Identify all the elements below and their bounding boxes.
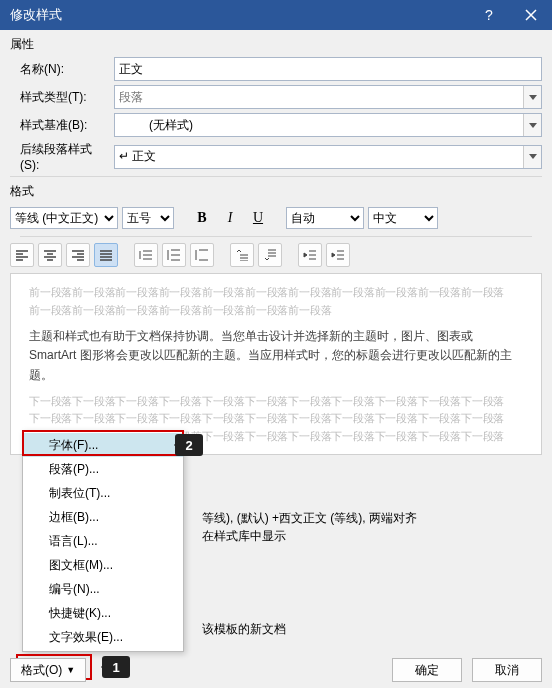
menu-text-effects[interactable]: 文字效果(E)... [23,625,183,649]
chevron-down-icon [523,114,541,136]
space-before-inc-icon [235,249,249,261]
radio-template-label: 该模板的新文档 [202,621,286,638]
underline-icon: U [253,210,263,226]
font-color-select[interactable]: 自动 [286,207,364,229]
menu-tabs[interactable]: 制表位(T)... [23,481,183,505]
preview-prev-1: 前一段落前一段落前一段落前一段落前一段落前一段落前一段落前一段落前一段落前一段落… [29,284,531,302]
style-base-select[interactable]: (无样式) [114,113,542,137]
italic-button[interactable]: I [218,206,242,230]
menu-language[interactable]: 语言(L)... [23,529,183,553]
spacing-2-icon [195,249,209,261]
spacing-15-icon [167,249,181,261]
align-right-icon [71,249,85,261]
dialog-title: 修改样式 [10,6,468,24]
dialog-footer: 格式(O) ▼ 确定 取消 [0,658,552,682]
line-spacing-15-button[interactable] [162,243,186,267]
row-style-base: 样式基准(B): (无样式) [10,113,542,137]
preview-body: 主题和样式也有助于文档保持协调。当您单击设计并选择新的主题时，图片、图表或 Sm… [29,327,523,385]
row-name: 名称(N): [10,57,542,81]
space-before-dec-button[interactable] [258,243,282,267]
format-menu: 字体(F)... 段落(P)... 制表位(T)... 边框(B)... 语言(… [22,430,184,652]
preview-panel: 前一段落前一段落前一段落前一段落前一段落前一段落前一段落前一段落前一段落前一段落… [10,273,542,455]
indent-dec-button[interactable] [298,243,322,267]
indent-inc-icon [331,249,345,261]
bold-icon: B [197,210,206,226]
style-base-value: (无样式) [115,114,523,136]
format-legend: 格式 [10,183,542,200]
font-size-select[interactable]: 五号 [122,207,174,229]
script-select[interactable]: 中文 [368,207,438,229]
space-before-inc-button[interactable] [230,243,254,267]
close-button[interactable] [510,0,552,30]
indent-dec-icon [303,249,317,261]
next-style-select[interactable]: ↵ 正文 [114,145,542,169]
format-button[interactable]: 格式(O) ▼ [10,658,86,682]
next-style-value: ↵ 正文 [115,146,523,168]
name-label: 名称(N): [10,61,110,78]
underline-button[interactable]: U [246,206,270,230]
titlebar: 修改样式 ? [0,0,552,30]
ok-button[interactable]: 确定 [392,658,462,682]
properties-legend: 属性 [10,36,542,53]
spacing-1-icon [139,249,153,261]
close-icon [525,9,537,21]
align-center-icon [43,249,57,261]
align-left-button[interactable] [10,243,34,267]
line-spacing-1-button[interactable] [134,243,158,267]
menu-paragraph[interactable]: 段落(P)... [23,457,183,481]
chevron-down-icon [523,146,541,168]
chevron-down-icon: ▼ [66,665,75,675]
next-style-label: 后续段落样式(S): [10,141,110,172]
style-type-label: 样式类型(T): [10,89,110,106]
toolbar-divider [20,236,532,237]
style-type-value: 段落 [115,86,523,108]
line-spacing-2-button[interactable] [190,243,214,267]
align-justify-button[interactable] [94,243,118,267]
preview-next-1: 下一段落下一段落下一段落下一段落下一段落下一段落下一段落下一段落下一段落下一段落… [29,393,531,411]
align-justify-icon [99,249,113,261]
style-desc-line-1: 等线), (默认) +西文正文 (等线), 两端对齐 [202,510,417,527]
menu-font[interactable]: 字体(F)... [23,433,183,457]
menu-numbering[interactable]: 编号(N)... [23,577,183,601]
menu-border[interactable]: 边框(B)... [23,505,183,529]
para-toolbar [10,243,542,267]
properties-group: 属性 名称(N): 样式类型(T): 段落 样式基准(B): (无样式) 后续段… [10,36,542,172]
style-desc-line-2: 在样式库中显示 [202,528,286,545]
style-base-label: 样式基准(B): [10,117,110,134]
help-button[interactable]: ? [468,0,510,30]
align-right-button[interactable] [66,243,90,267]
align-left-icon [15,249,29,261]
cancel-button[interactable]: 取消 [472,658,542,682]
format-group: 格式 等线 (中文正文) 五号 B I U 自动 中文 [10,183,542,267]
row-style-type: 样式类型(T): 段落 [10,85,542,109]
font-select[interactable]: 等线 (中文正文) [10,207,118,229]
style-type-select[interactable]: 段落 [114,85,542,109]
font-toolbar: 等线 (中文正文) 五号 B I U 自动 中文 [10,206,542,230]
space-before-dec-icon [263,249,277,261]
menu-shortcut[interactable]: 快捷键(K)... [23,601,183,625]
row-next-style: 后续段落样式(S): ↵ 正文 [10,141,542,172]
indent-inc-button[interactable] [326,243,350,267]
preview-prev-2: 前一段落前一段落前一段落前一段落前一段落前一段落前一段落 [29,302,531,320]
chevron-down-icon [523,86,541,108]
divider [10,176,542,177]
preview-next-2: 下一段落下一段落下一段落下一段落下一段落下一段落下一段落下一段落下一段落下一段落… [29,410,531,428]
italic-icon: I [228,210,233,226]
name-input[interactable] [114,57,542,81]
bold-button[interactable]: B [190,206,214,230]
menu-frame[interactable]: 图文框(M)... [23,553,183,577]
align-center-button[interactable] [38,243,62,267]
